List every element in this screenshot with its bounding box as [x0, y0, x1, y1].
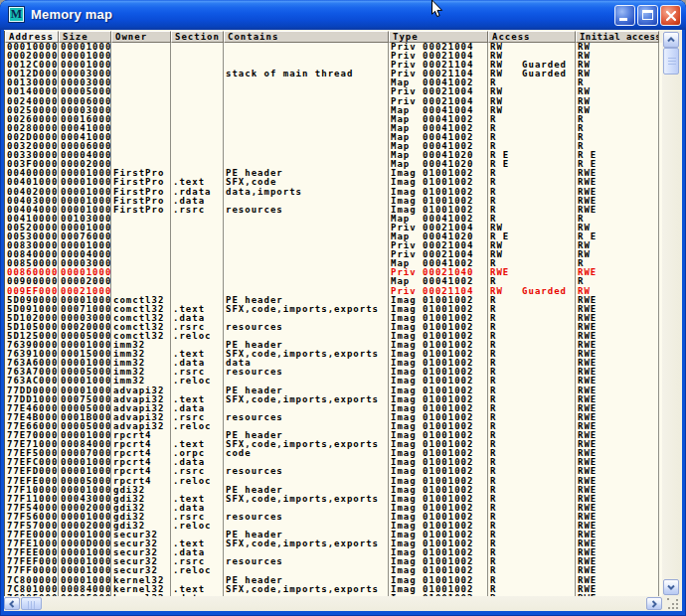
table-row[interactable]: 0033000000004000Map 00041020R ER E: [5, 151, 662, 160]
table-row[interactable]: 763A700000005000imm32.rsrcresourcesImag …: [5, 368, 662, 377]
title-bar[interactable]: M Memory map: [0, 0, 686, 30]
table-row[interactable]: 003F000000002000Map 00041020R ER E: [5, 160, 662, 169]
column-header-size[interactable]: Size: [59, 31, 111, 43]
table-row[interactable]: 0012D00000003000stack of main threadPriv…: [5, 70, 662, 78]
table-row[interactable]: 0040000000001000FirstProPE headerImag 01…: [5, 169, 662, 178]
maximize-button[interactable]: [637, 5, 658, 26]
cell-access: RW: [488, 43, 576, 52]
column-header-initial-access[interactable]: Initial access: [576, 31, 659, 43]
table-row[interactable]: 77EFD00000001000rpcrt4.rsrcresourcesImag…: [5, 467, 662, 476]
table-row[interactable]: 77EF500000007000rpcrt4.orpccodeImag 0100…: [5, 449, 662, 458]
table-row[interactable]: 5D10200000003000comctl32.dataImag 010010…: [5, 314, 662, 323]
vertical-scroll-thumb[interactable]: [663, 48, 679, 75]
table-row[interactable]: 7C80000000001000kernel32PE headerImag 01…: [5, 576, 662, 585]
table-row[interactable]: 0083000000001000Priv 00021004RWRW: [5, 241, 662, 250]
table-row[interactable]: 77E4B0000001B000advapi32.rsrcresourcesIm…: [5, 413, 662, 422]
close-button[interactable]: [660, 5, 681, 26]
cell-initial_access: RWE: [576, 513, 659, 522]
table-row[interactable]: 002D000000041000Map 00041002RR: [5, 133, 662, 142]
table-row[interactable]: 0040100000001000FirstPro.textSFX,codeIma…: [5, 178, 662, 187]
cell-address: 77FE0000: [5, 531, 59, 539]
column-header-owner[interactable]: Owner: [111, 31, 171, 43]
table-row[interactable]: 77F5700000002000gdi32.relocImag 01001002…: [5, 522, 662, 531]
table-row[interactable]: 77EFC00000001000rpcrt4.dataImag 01001002…: [5, 458, 662, 467]
cell-contains: SFX,code,imports,exports: [224, 585, 389, 594]
table-row[interactable]: 77FEF00000001000secur32.rsrcresourcesIma…: [5, 557, 662, 566]
cell-access: R: [488, 585, 576, 594]
table-row[interactable]: 77DD000000001000advapi32PE headerImag 01…: [5, 386, 662, 395]
cell-initial_access: RWE: [576, 576, 659, 585]
table-row[interactable]: 5D09000000001000comctl32PE headerImag 01…: [5, 296, 662, 305]
table-row[interactable]: 0052000000001000Priv 00021004RWRW: [5, 224, 662, 232]
table-row[interactable]: 5D09100000071000comctl32.textSFX,code,im…: [5, 305, 662, 314]
table-row[interactable]: 5D10500000020000comctl32.rsrcresourcesIm…: [5, 323, 662, 332]
cell-owner: secur32: [111, 557, 171, 566]
table-row[interactable]: 77E4600000005000advapi32.dataImag 010010…: [5, 404, 662, 413]
table-row[interactable]: 5D12500000005000comctl32.relocImag 01001…: [5, 332, 662, 341]
window-buttons: [614, 5, 681, 26]
cell-owner: [111, 70, 171, 78]
table-row[interactable]: 7639100000015000imm32.textSFX,code,impor…: [5, 350, 662, 359]
cell-initial_access: RWE: [576, 440, 659, 449]
table-row[interactable]: 0040200000001000FirstPro.rdatadata,impor…: [5, 188, 662, 197]
table-row[interactable]: 0086000000001000Priv 00021040RWERWE: [5, 268, 662, 277]
table-row[interactable]: 0090000000002000Map 00041002RR: [5, 277, 662, 286]
vertical-scrollbar[interactable]: [662, 31, 680, 596]
table-row[interactable]: 0028000000041000Map 00041002RR: [5, 124, 662, 133]
column-header-contains[interactable]: Contains: [224, 31, 389, 43]
table-row[interactable]: 77FE10000000D000secur32.textSFX,code,imp…: [5, 539, 662, 548]
table-row[interactable]: 0014000000005000Priv 00021004RWRW: [5, 87, 662, 96]
table-row[interactable]: 0013000000003000Map 00041002RR: [5, 78, 662, 87]
column-header-access[interactable]: Access: [488, 31, 576, 43]
horizontal-scroll-thumb[interactable]: [21, 597, 42, 610]
table-row[interactable]: 77EFE00000005000rpcrt4.relocImag 0100100…: [5, 477, 662, 486]
table-row[interactable]: 763AC00000001000imm32.relocImag 01001002…: [5, 377, 662, 385]
table-row[interactable]: 0002000000001000Priv 00021004RWRW: [5, 52, 662, 61]
table-row[interactable]: 0053000000076000Map 00041020R ER E: [5, 232, 662, 241]
scroll-down-button[interactable]: [663, 579, 679, 595]
table-row[interactable]: 77F5400000002000gdi32.dataImag 01001002R…: [5, 504, 662, 513]
cell-type: Imag 01001002: [389, 513, 488, 522]
table-row[interactable]: 77F1100000043000gdi32.textSFX,code,impor…: [5, 495, 662, 504]
cell-size: 00002000: [59, 522, 111, 531]
table-row[interactable]: 0084000000004000Priv 00021004RWRW: [5, 250, 662, 259]
column-header-section[interactable]: Section: [171, 31, 224, 43]
table-row[interactable]: 77FF000000001000secur32.relocImag 010010…: [5, 566, 662, 575]
table-row[interactable]: 0001000000001000Priv 00021004RWRW: [5, 43, 662, 52]
cell-type: Priv 00021040: [389, 268, 488, 277]
cell-section: .rsrc: [171, 323, 224, 332]
table-row[interactable]: 0025000000003000Map 00041004RWRW: [5, 106, 662, 115]
table-row[interactable]: 77FEE00000001000secur32.dataImag 0100100…: [5, 548, 662, 557]
table-row[interactable]: 009EF00000021000Priv 00021104RW GuardedR…: [5, 287, 662, 296]
table-row[interactable]: 0040300000001000FirstPro.dataImag 010010…: [5, 197, 662, 206]
table-row[interactable]: 77DD100000075000advapi32.textSFX,code,im…: [5, 395, 662, 404]
table-row[interactable]: 0040400000001000FirstPro.rsrcresourcesIm…: [5, 206, 662, 215]
cell-initial_access: RW: [576, 97, 659, 106]
table-row[interactable]: 77F1000000001000gdi32PE headerImag 01001…: [5, 486, 662, 495]
table-row[interactable]: 77E7100000084000rpcrt4.textSFX,code,impo…: [5, 440, 662, 449]
scroll-left-button[interactable]: [4, 597, 20, 610]
column-header-address[interactable]: Address: [5, 31, 59, 43]
column-header-type[interactable]: Type: [389, 31, 488, 43]
table-row[interactable]: 77F5600000001000gdi32.rsrcresourcesImag …: [5, 513, 662, 522]
cell-access: R: [488, 458, 576, 467]
scroll-up-button[interactable]: [663, 32, 679, 48]
table-row[interactable]: 0026000000016000Map 00041002RR: [5, 115, 662, 124]
table-row[interactable]: 0032000000006000Map 00041002RR: [5, 142, 662, 151]
cell-initial_access: RWE: [576, 585, 659, 594]
table-row[interactable]: 0012C00000001000Priv 00021104RW GuardedR…: [5, 61, 662, 70]
scroll-right-button[interactable]: [646, 597, 662, 610]
table-row[interactable]: 0085000000003000Map 00041002RR: [5, 259, 662, 268]
resize-grip[interactable]: [662, 596, 682, 611]
cell-type: Priv 00021004: [389, 43, 488, 52]
table-row[interactable]: 0041000000103000Map 00041002RR: [5, 215, 662, 224]
table-row[interactable]: 77E6600000005000advapi32.relocImag 01001…: [5, 422, 662, 431]
table-row[interactable]: 7C80100000084000kernel32.textSFX,code,im…: [5, 585, 662, 594]
table-row[interactable]: 77E7000000001000rpcrt4PE headerImag 0100…: [5, 431, 662, 440]
table-row[interactable]: 7639000000001000imm32PE headerImag 01001…: [5, 341, 662, 350]
table-row[interactable]: 763A600000001000imm32.datadataImag 01001…: [5, 359, 662, 368]
minimize-button[interactable]: [614, 5, 635, 26]
table-row[interactable]: 77FE000000001000secur32PE headerImag 010…: [5, 531, 662, 539]
table-row[interactable]: 0024000000006000Priv 00021004RWRW: [5, 97, 662, 106]
horizontal-scrollbar[interactable]: [4, 596, 662, 611]
